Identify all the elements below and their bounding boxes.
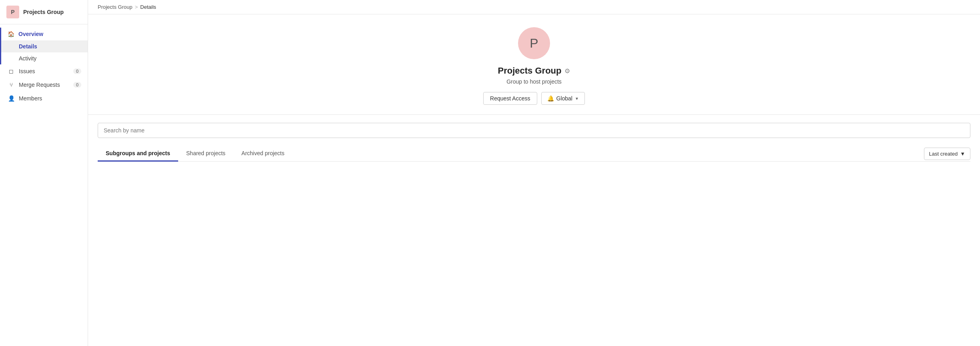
- breadcrumb-separator: >: [135, 4, 138, 10]
- group-avatar: P: [518, 27, 550, 59]
- breadcrumb-parent[interactable]: Projects Group: [98, 4, 133, 10]
- main-content: Projects Group > Details P Projects Grou…: [88, 0, 980, 346]
- action-buttons: Request Access 🔔 Global ▼: [483, 92, 585, 105]
- sort-label: Last created: [929, 151, 958, 157]
- members-icon: 👤: [8, 95, 15, 102]
- group-description: Group to host projects: [506, 78, 562, 85]
- projects-section: Subgroups and projects Shared projects A…: [88, 115, 980, 170]
- notification-button[interactable]: 🔔 Global ▼: [541, 92, 585, 105]
- merge-requests-badge: 0: [73, 82, 81, 88]
- breadcrumb: Projects Group > Details: [88, 0, 980, 14]
- sidebar-group-avatar: P: [6, 6, 19, 18]
- chevron-down-icon: ▼: [575, 96, 579, 101]
- sidebar-item-activity[interactable]: Activity: [1, 52, 88, 64]
- request-access-button[interactable]: Request Access: [483, 92, 537, 105]
- group-name: Projects Group: [498, 66, 562, 76]
- breadcrumb-current: Details: [140, 4, 156, 10]
- members-label: Members: [19, 95, 42, 102]
- issues-label: Issues: [19, 68, 35, 74]
- merge-requests-icon: ⑂: [8, 81, 15, 88]
- tabs-row: Subgroups and projects Shared projects A…: [98, 146, 970, 162]
- tab-archived-projects[interactable]: Archived projects: [233, 146, 292, 162]
- merge-requests-label: Merge Requests: [19, 82, 60, 88]
- overview-section: 🏠 Overview Details Activity: [0, 28, 88, 64]
- sidebar-navigation: 🏠 Overview Details Activity ◻ Issues 0 ⑂…: [0, 24, 88, 108]
- notification-label: Global: [556, 95, 572, 102]
- tab-shared-projects[interactable]: Shared projects: [178, 146, 233, 162]
- home-icon: 🏠: [8, 31, 14, 37]
- sidebar-item-details[interactable]: Details: [1, 40, 88, 52]
- sidebar-group-name: Projects Group: [23, 9, 64, 15]
- sidebar-header[interactable]: P Projects Group: [0, 0, 88, 24]
- sidebar-item-members[interactable]: 👤 Members: [0, 92, 88, 105]
- sort-dropdown[interactable]: Last created ▼: [924, 148, 970, 160]
- sidebar: P Projects Group 🏠 Overview Details Acti…: [0, 0, 88, 346]
- group-name-row: Projects Group ⚙: [498, 66, 570, 76]
- settings-icon[interactable]: ⚙: [564, 67, 570, 75]
- sidebar-item-overview[interactable]: 🏠 Overview: [1, 28, 88, 40]
- tabs: Subgroups and projects Shared projects A…: [98, 146, 292, 161]
- overview-label: Overview: [18, 31, 43, 37]
- sidebar-item-merge-requests[interactable]: ⑂ Merge Requests 0: [0, 78, 88, 92]
- sidebar-item-issues[interactable]: ◻ Issues 0: [0, 64, 88, 78]
- profile-section: P Projects Group ⚙ Group to host project…: [88, 14, 980, 115]
- sort-chevron-icon: ▼: [960, 151, 965, 157]
- bell-icon: 🔔: [547, 95, 554, 102]
- tab-subgroups-and-projects[interactable]: Subgroups and projects: [98, 146, 178, 162]
- issues-badge: 0: [73, 68, 81, 74]
- issues-icon: ◻: [8, 68, 15, 75]
- search-input[interactable]: [98, 123, 970, 138]
